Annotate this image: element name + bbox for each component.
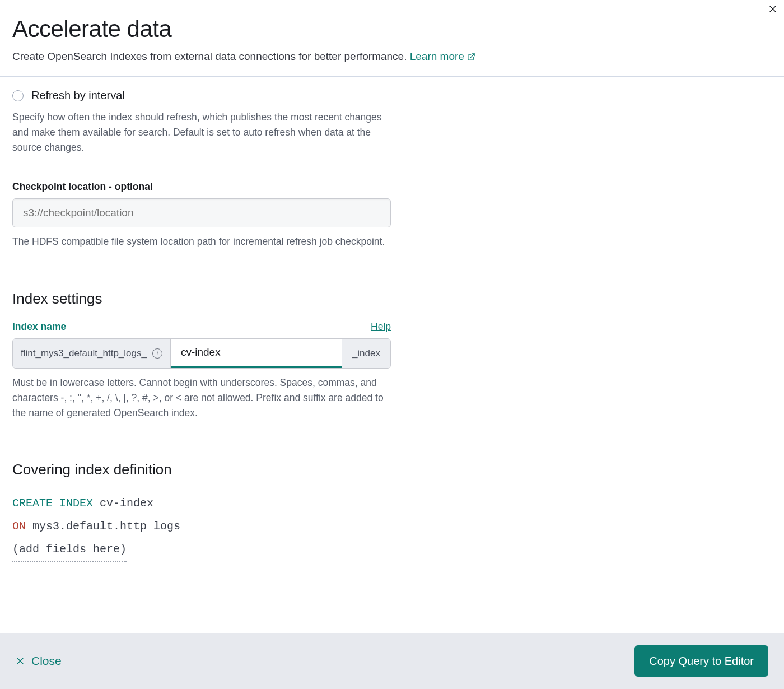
checkpoint-label: Checkpoint location - optional <box>12 181 391 193</box>
index-name-input[interactable] <box>171 339 342 368</box>
close-button[interactable]: Close <box>16 654 62 668</box>
refresh-by-interval-label: Refresh by interval <box>31 89 125 102</box>
page-subtitle: Create OpenSearch Indexes from external … <box>12 50 772 63</box>
page-title: Accelerate data <box>12 16 772 43</box>
sql-table-name: mys3.default.http_logs <box>32 520 180 533</box>
subtitle-text: Create OpenSearch Indexes from external … <box>12 50 410 62</box>
covering-index-sql: CREATE INDEX cv-index ON mys3.default.ht… <box>12 492 391 562</box>
form-content: Refresh by interval Specify how often th… <box>0 77 403 574</box>
sql-index-name: cv-index <box>100 497 153 510</box>
index-name-label-row: Index name Help <box>12 321 391 333</box>
index-name-suffix: _index <box>342 339 390 368</box>
sql-fields-placeholder[interactable]: (add fields here) <box>12 538 127 562</box>
close-button-label: Close <box>31 654 62 668</box>
copy-query-to-editor-button[interactable]: Copy Query to Editor <box>634 645 768 677</box>
refresh-description: Specify how often the index should refre… <box>12 110 391 155</box>
covering-index-heading: Covering index definition <box>12 461 391 478</box>
index-name-field: flint_mys3_default_http_logs_ i _index <box>12 338 391 369</box>
page-header: Accelerate data Create OpenSearch Indexe… <box>0 0 784 77</box>
sql-on-keyword: ON <box>12 520 26 533</box>
svg-line-2 <box>470 53 474 57</box>
radio-unchecked-icon <box>12 90 24 101</box>
index-name-validation-help: Must be in lowercase letters. Cannot beg… <box>12 375 391 421</box>
checkpoint-location-input[interactable] <box>12 198 391 227</box>
index-settings-heading: Index settings <box>12 290 391 308</box>
learn-more-link[interactable]: Learn more <box>410 50 475 63</box>
external-link-icon <box>467 53 475 61</box>
info-icon[interactable]: i <box>152 348 162 359</box>
sql-create-keyword: CREATE INDEX <box>12 497 93 510</box>
refresh-by-interval-option[interactable]: Refresh by interval <box>12 89 391 102</box>
index-name-prefix-text: flint_mys3_default_http_logs_ <box>21 348 147 359</box>
index-name-help-link[interactable]: Help <box>371 321 391 333</box>
dialog-footer: Close Copy Query to Editor <box>0 633 784 689</box>
close-icon <box>16 657 25 665</box>
index-name-prefix: flint_mys3_default_http_logs_ i <box>13 339 171 368</box>
learn-more-label: Learn more <box>410 50 464 63</box>
index-name-label: Index name <box>12 321 66 333</box>
checkpoint-help: The HDFS compatible file system location… <box>12 234 391 249</box>
